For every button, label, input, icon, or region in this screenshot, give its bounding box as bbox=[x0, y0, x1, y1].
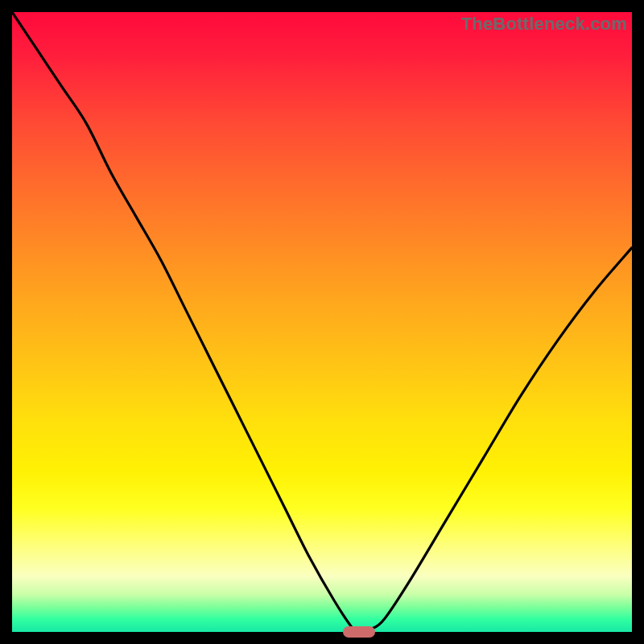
plot-area: TheBottleneck.com bbox=[12, 12, 632, 632]
bottleneck-curve bbox=[12, 12, 632, 632]
minimum-marker bbox=[343, 626, 375, 638]
curve-path bbox=[12, 12, 632, 633]
chart-frame: TheBottleneck.com bbox=[0, 0, 644, 644]
